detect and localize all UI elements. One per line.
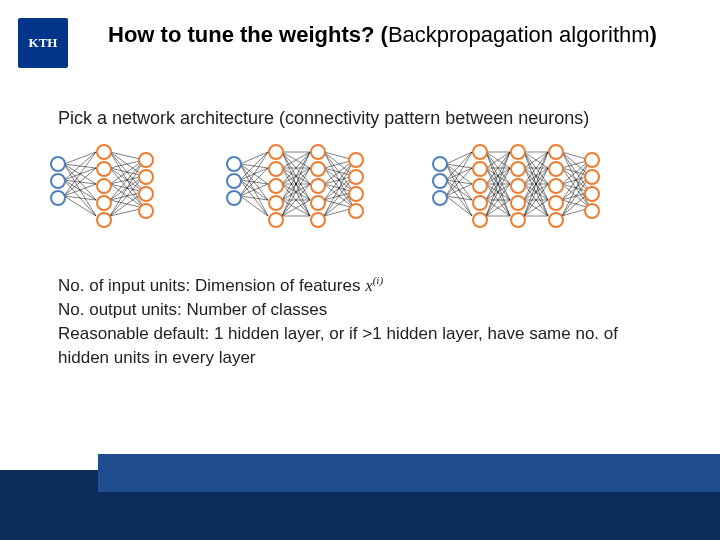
network-diagrams: [50, 144, 612, 224]
svg-line-115: [486, 152, 510, 168]
svg-line-12: [64, 184, 96, 196]
svg-line-52: [282, 152, 310, 184]
svg-line-61: [282, 168, 310, 184]
svg-line-43: [240, 180, 268, 200]
node: [548, 161, 564, 177]
node: [548, 212, 564, 228]
output-col: [138, 152, 154, 219]
rule-1-math: x(i): [365, 276, 383, 295]
node: [138, 186, 154, 202]
node: [472, 178, 488, 194]
svg-line-142: [524, 168, 548, 184]
svg-line-67: [282, 184, 310, 200]
svg-line-14: [64, 196, 96, 216]
svg-line-2: [64, 164, 96, 184]
node: [96, 144, 112, 160]
svg-line-69: [282, 200, 310, 216]
svg-line-156: [524, 168, 548, 216]
hidden-col-3: [548, 144, 564, 228]
svg-line-108: [446, 196, 472, 200]
hidden-col-1: [472, 144, 488, 228]
svg-line-1: [64, 164, 96, 168]
svg-line-133: [486, 200, 510, 216]
input-col: [432, 156, 448, 206]
svg-line-111: [486, 152, 510, 168]
svg-line-54: [282, 152, 310, 216]
node: [348, 152, 364, 168]
node: [138, 152, 154, 168]
svg-line-51: [282, 152, 310, 168]
node: [138, 169, 154, 185]
svg-line-71: [282, 168, 310, 216]
kth-logo: KTH: [18, 18, 68, 68]
svg-line-73: [282, 200, 310, 216]
node: [96, 212, 112, 228]
node: [138, 203, 154, 219]
svg-line-149: [524, 184, 548, 216]
svg-line-3: [64, 164, 96, 200]
svg-line-145: [524, 152, 548, 184]
svg-line-64: [282, 184, 310, 216]
svg-line-106: [446, 168, 472, 196]
node: [472, 144, 488, 160]
svg-line-35: [240, 152, 268, 164]
node: [50, 190, 66, 206]
svg-line-105: [446, 152, 472, 196]
svg-line-104: [446, 180, 472, 216]
svg-line-95: [446, 152, 472, 164]
svg-line-155: [524, 152, 548, 216]
rule-3: Reasonable default: 1 hidden layer, or i…: [58, 322, 658, 370]
svg-line-53: [282, 152, 310, 200]
rule-1: No. of input units: Dimension of feature…: [58, 268, 658, 298]
slide-title: How to tune the weights? (Backpropagatio…: [108, 22, 657, 48]
svg-line-70: [282, 152, 310, 216]
svg-line-146: [524, 168, 548, 184]
svg-line-137: [524, 152, 548, 184]
svg-line-112: [486, 152, 510, 184]
node: [310, 161, 326, 177]
svg-line-4: [64, 164, 96, 216]
svg-line-46: [240, 168, 268, 196]
svg-line-140: [524, 152, 548, 168]
svg-line-129: [486, 200, 510, 216]
rule-2: No. output units: Number of classes: [58, 298, 658, 322]
svg-line-117: [486, 168, 510, 184]
svg-line-59: [282, 168, 310, 216]
svg-line-127: [486, 184, 510, 200]
network-2: [226, 144, 376, 224]
svg-line-36: [240, 164, 268, 168]
svg-line-55: [282, 152, 310, 168]
node: [226, 173, 242, 189]
hidden-col-1: [268, 144, 284, 228]
node: [268, 178, 284, 194]
svg-line-139: [524, 152, 548, 216]
node: [510, 195, 526, 211]
node: [510, 144, 526, 160]
svg-line-49: [240, 196, 268, 216]
svg-line-144: [524, 168, 548, 216]
node: [548, 178, 564, 194]
node: [348, 186, 364, 202]
svg-line-103: [446, 180, 472, 200]
svg-line-102: [446, 180, 472, 184]
svg-line-9: [64, 180, 96, 216]
svg-line-39: [240, 164, 268, 216]
network-1: [50, 144, 170, 224]
svg-line-113: [486, 152, 510, 200]
hidden-col-2: [310, 144, 326, 228]
node: [584, 186, 600, 202]
node: [432, 173, 448, 189]
rule-1-text: No. of input units: Dimension of feature…: [58, 276, 360, 295]
svg-line-152: [524, 184, 548, 200]
svg-line-99: [446, 164, 472, 216]
svg-line-158: [524, 200, 548, 216]
output-col: [348, 152, 364, 219]
node: [348, 203, 364, 219]
svg-line-5: [64, 152, 96, 180]
input-col: [226, 156, 242, 206]
svg-line-13: [64, 196, 96, 200]
title-close: ): [650, 22, 657, 47]
node: [432, 156, 448, 172]
node: [96, 161, 112, 177]
node: [310, 212, 326, 228]
